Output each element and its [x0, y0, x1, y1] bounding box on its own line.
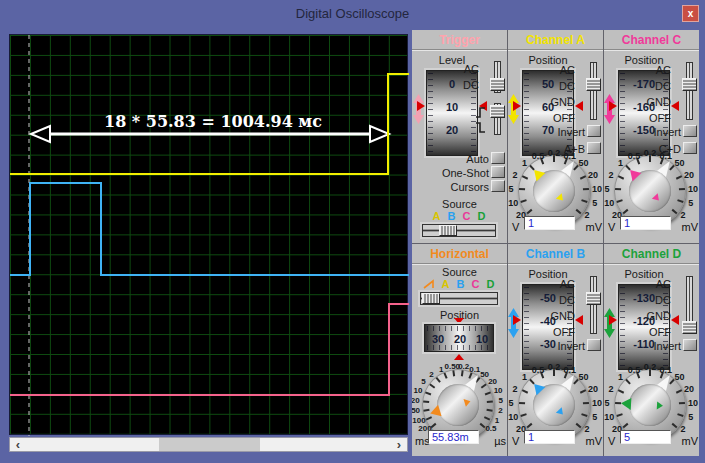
knob-scale-label: 5	[508, 398, 520, 408]
knob-scale-label: 10	[412, 386, 427, 395]
channel-scale-value[interactable]: 1	[620, 216, 671, 230]
knob-scale-label: 2	[674, 424, 692, 434]
channel-d-panel: Channel D Position -130 -120 -110 AC DC …	[604, 244, 699, 456]
channel-scale-value[interactable]: 1	[524, 430, 575, 444]
channel-invert-button[interactable]	[683, 125, 697, 137]
horizontal-panel-title: Horizontal	[412, 244, 507, 264]
channel-panel-title: Channel C	[604, 30, 699, 50]
close-button[interactable]: x	[682, 5, 699, 22]
coupling-off-label: OFF	[649, 326, 671, 338]
coupling-ac-label: AC	[560, 278, 575, 290]
trigger-one-shot-button[interactable]	[491, 166, 505, 178]
knob-scale-label: 2	[508, 384, 524, 394]
scale-unit-mv: mV	[582, 435, 602, 447]
position-marker-right-icon	[575, 101, 583, 111]
falling-edge-icon	[474, 121, 487, 134]
arrowhead-right-icon	[370, 126, 389, 142]
trigger-auto-button[interactable]	[491, 152, 505, 164]
channel-scale-value[interactable]: 1	[524, 216, 575, 230]
source-option-d: D	[483, 278, 498, 290]
knob-cap[interactable]	[437, 384, 479, 426]
channel-coupling-switch[interactable]	[682, 62, 697, 120]
dial-tick: 10	[476, 333, 488, 345]
timebase-value[interactable]: 55.83m	[428, 430, 479, 444]
coupling-ac-label: AC	[560, 64, 575, 76]
rising-edge-icon	[474, 106, 487, 119]
control-panels: Trigger Level 0 10 20 AC DC	[412, 30, 699, 456]
scrollbar-thumb[interactable]	[159, 438, 260, 451]
switch-thumb[interactable]	[490, 105, 505, 118]
slider-thumb[interactable]	[422, 293, 440, 304]
trigger-cursors-button[interactable]	[491, 180, 505, 192]
switch-thumb[interactable]	[682, 78, 697, 91]
auto-label: Auto	[466, 153, 489, 165]
cursors-label: Cursors	[450, 181, 489, 193]
knob-scale-label: 20	[584, 170, 602, 180]
position-marker-right-icon	[671, 101, 679, 111]
coupling-dc-label: DC	[655, 80, 671, 92]
position-marker-left-icon	[513, 101, 521, 111]
knob-scale-label: 5	[682, 198, 699, 208]
knob-scale-label: 5	[492, 396, 507, 405]
invert-label: Invert	[653, 340, 681, 352]
trigger-coupling-switch[interactable]	[490, 61, 505, 93]
knob-scale-label: 10	[604, 412, 618, 422]
channel-scale-value[interactable]: 5	[620, 430, 671, 444]
horizontal-source-label: Source	[412, 266, 507, 278]
source-option-b: B	[453, 278, 468, 290]
channel-invert-button[interactable]	[683, 339, 697, 351]
trigger-source-slider[interactable]	[422, 224, 496, 237]
channel-invert-button[interactable]	[587, 125, 601, 137]
switch-thumb[interactable]	[490, 78, 505, 91]
channel-panel-title: Channel A	[508, 30, 603, 50]
switch-thumb[interactable]	[586, 292, 601, 305]
channel-coupling-switch[interactable]	[586, 276, 601, 334]
channel-coupling-switch[interactable]	[682, 276, 697, 334]
knob-scale-label: 10	[684, 184, 699, 194]
source-option-a: A	[429, 210, 444, 222]
knob-scale-label: 50	[671, 372, 689, 382]
scrollbar-track[interactable]	[26, 438, 391, 451]
scale-unit-mv: mV	[678, 221, 698, 233]
channel-position-label: Position	[508, 54, 588, 66]
knob-scale-label: 10	[508, 198, 522, 208]
knob-scale-label: 10	[684, 398, 699, 408]
trigger-panel-title: Trigger	[412, 30, 507, 50]
knob-scale-label: 10	[604, 198, 618, 208]
screen-scrollbar[interactable]: ‹ ›	[9, 437, 408, 452]
knob-scale-label: 5	[586, 198, 603, 208]
knob-scale-label: 2	[604, 170, 620, 180]
source-option-c: C	[468, 278, 483, 290]
knob-pointer-tail-icon	[657, 401, 667, 410]
trigger-edge-switch[interactable]	[490, 103, 505, 135]
horizontal-source-slider[interactable]	[420, 292, 498, 305]
channel-coupling-switch[interactable]	[586, 62, 601, 120]
position-marker-left-icon	[609, 315, 617, 325]
position-marker-right-icon	[575, 315, 583, 325]
knob-scale-label: 5	[586, 412, 603, 422]
oscilloscope-screen: 18 * 55.83 = 1004.94 мс	[9, 34, 408, 435]
knob-scale-label: 20	[584, 384, 602, 394]
scale-unit-mv: mV	[582, 221, 602, 233]
source-option-d: D	[474, 210, 489, 222]
coupling-dc-label: DC	[655, 294, 671, 306]
slider-thumb[interactable]	[439, 225, 457, 236]
scroll-right-icon[interactable]: ›	[391, 438, 407, 451]
trigger-dc-label: DC	[463, 79, 479, 91]
knob-scale-label: 10	[508, 412, 522, 422]
ramp-source-icon	[423, 279, 437, 290]
switch-thumb[interactable]	[586, 78, 601, 91]
knob-scale-label: 2	[491, 406, 507, 415]
scroll-left-icon[interactable]: ‹	[10, 438, 26, 451]
knob-scale-label: 2	[578, 210, 596, 220]
screen-zone: 18 * 55.83 = 1004.94 мс ‹ ›	[0, 28, 412, 456]
position-marker-right-icon	[671, 315, 679, 325]
switch-thumb[interactable]	[682, 321, 697, 334]
knob-scale-label: 50	[575, 372, 593, 382]
source-option-c: C	[459, 210, 474, 222]
coupling-ac-label: AC	[656, 64, 671, 76]
timebase-unit-us: µs	[486, 435, 506, 447]
horizontal-position-dial[interactable]: 30 20 10	[424, 324, 494, 352]
channel-invert-button[interactable]	[587, 339, 601, 351]
channel-b-panel: Channel B Position -50 -40 -30 AC DC GND…	[508, 244, 603, 456]
